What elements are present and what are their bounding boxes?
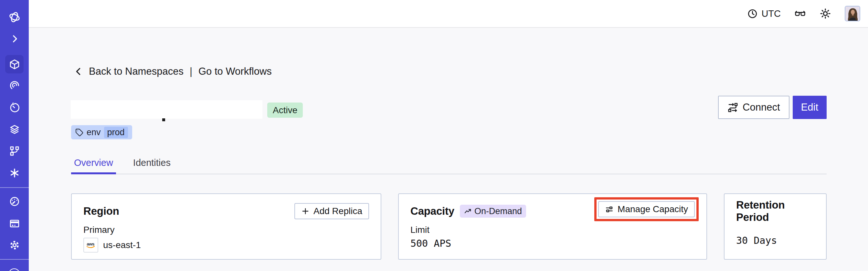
sidebar-item-usage[interactable] bbox=[7, 194, 22, 209]
connect-flow-icon bbox=[727, 102, 738, 113]
namespace-tag[interactable]: env prod bbox=[71, 125, 132, 140]
timezone-selector[interactable]: UTC bbox=[747, 8, 781, 19]
clock-icon bbox=[747, 8, 758, 19]
region-value: us-east-1 bbox=[103, 240, 141, 250]
topbar: UTC bbox=[29, 0, 868, 28]
tag-value-chip: prod bbox=[104, 127, 128, 138]
manage-capacity-label: Manage Capacity bbox=[618, 204, 688, 214]
sidebar-divider bbox=[0, 259, 29, 260]
temporal-namespace-page: UTC bbox=[0, 0, 868, 271]
capacity-card-title: Capacity bbox=[410, 205, 454, 217]
schedules-timer-icon bbox=[9, 102, 20, 113]
breadcrumb-separator: | bbox=[189, 66, 193, 77]
back-to-namespaces-link[interactable]: Back to Namespaces bbox=[89, 66, 184, 77]
retention-value: 30 Days bbox=[736, 235, 814, 246]
gauge-icon bbox=[9, 196, 20, 207]
sidebar-item-batch-operations[interactable] bbox=[7, 122, 22, 137]
sidebar-item-billing[interactable] bbox=[7, 216, 22, 231]
temporal-logo-icon[interactable] bbox=[7, 10, 22, 24]
nexus-asterisk-icon bbox=[9, 168, 20, 179]
workflows-spiral-icon bbox=[9, 80, 20, 91]
on-demand-label: On-Demand bbox=[474, 206, 522, 216]
go-to-workflows-link[interactable]: Go to Workflows bbox=[198, 66, 272, 77]
add-replica-button[interactable]: Add Replica bbox=[294, 203, 369, 219]
region-card: Region Add Replica Primary aws bbox=[71, 193, 381, 260]
connect-button-label: Connect bbox=[743, 101, 780, 113]
gear-icon bbox=[9, 240, 20, 251]
sidebar-item-settings[interactable] bbox=[7, 238, 22, 252]
breadcrumb: Back to Namespaces | Go to Workflows bbox=[74, 66, 272, 77]
redaction-artifact-dot bbox=[162, 118, 165, 121]
status-badge: Active bbox=[267, 102, 303, 118]
sun-icon[interactable] bbox=[819, 8, 831, 20]
limit-label: Limit bbox=[410, 225, 695, 235]
retention-card-title: Retention Period bbox=[736, 199, 814, 223]
tab-identities[interactable]: Identities bbox=[130, 157, 174, 174]
region-value-row: aws us-east-1 bbox=[83, 238, 369, 252]
tab-bar: Overview Identities bbox=[71, 157, 827, 174]
sidebar-item-schedules[interactable] bbox=[7, 100, 22, 115]
plus-icon bbox=[301, 207, 310, 215]
header-actions: Connect Edit bbox=[718, 96, 827, 119]
sidebar-item-workflows[interactable] bbox=[7, 79, 22, 93]
sidebar-item-namespaces[interactable] bbox=[5, 55, 24, 73]
branch-icon bbox=[9, 146, 20, 156]
sidebar-divider bbox=[0, 187, 29, 188]
layers-icon bbox=[9, 124, 20, 135]
chevron-left-icon[interactable] bbox=[74, 67, 83, 76]
manage-capacity-button[interactable]: Manage Capacity bbox=[598, 201, 695, 217]
capacity-value: 500 APS bbox=[410, 238, 451, 249]
edit-button[interactable]: Edit bbox=[793, 96, 827, 119]
region-card-title: Region bbox=[83, 205, 119, 217]
namespaces-cube-icon bbox=[9, 59, 20, 70]
trending-up-icon bbox=[464, 208, 471, 215]
billing-card-icon bbox=[9, 218, 20, 229]
timezone-label: UTC bbox=[762, 8, 781, 19]
expand-chevron-icon[interactable] bbox=[7, 32, 22, 46]
add-replica-label: Add Replica bbox=[313, 206, 362, 216]
aws-logo-icon: aws bbox=[83, 238, 98, 252]
click-annotation-box: Manage Capacity bbox=[594, 197, 699, 221]
tag-key: env bbox=[87, 127, 101, 138]
retention-card: Retention Period 30 Days bbox=[724, 193, 827, 260]
capacity-card: Capacity On-Demand bbox=[398, 193, 707, 260]
connect-button[interactable]: Connect bbox=[718, 96, 789, 119]
aws-logo-text: aws bbox=[87, 242, 94, 246]
tab-overview[interactable]: Overview bbox=[71, 157, 116, 174]
redacted-namespace-title bbox=[71, 100, 262, 119]
on-demand-badge: On-Demand bbox=[460, 205, 526, 218]
tag-icon bbox=[75, 128, 83, 137]
avatar[interactable] bbox=[845, 6, 860, 21]
sidebar-item-deployments[interactable] bbox=[7, 144, 22, 158]
glasses-icon[interactable] bbox=[794, 8, 806, 20]
primary-label: Primary bbox=[83, 225, 369, 235]
sliders-icon bbox=[605, 205, 614, 214]
sidebar-item-partial-icon[interactable] bbox=[8, 268, 20, 271]
sidebar bbox=[0, 0, 29, 271]
sidebar-item-nexus[interactable] bbox=[7, 166, 22, 180]
overview-cards: Region Add Replica Primary aws bbox=[71, 193, 827, 260]
